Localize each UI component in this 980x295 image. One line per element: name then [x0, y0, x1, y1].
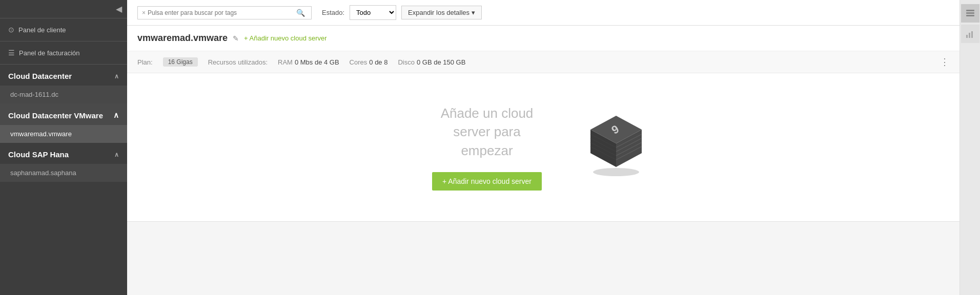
ram-label: RAM	[278, 58, 293, 66]
collapse-icon[interactable]: ◀	[116, 4, 122, 14]
topbar: × 🔍 Estado: Todo Activo Apagado Error Ex…	[127, 0, 959, 26]
sidebar-sub-label-dc-mad-1611: dc-mad-1611.dc	[10, 91, 58, 98]
ram-value: 0 Mbs de 4 GB	[295, 58, 339, 66]
plan-label: Plan:	[137, 58, 153, 66]
sidebar-category-cloud-datacenter[interactable]: Cloud Datacenter ∧	[0, 65, 127, 86]
search-button[interactable]: 🔍	[294, 9, 307, 17]
add-server-header-link[interactable]: + Añadir nuevo cloud server	[244, 34, 327, 42]
svg-rect-17	[969, 33, 970, 38]
sidebar-item-label-panel-facturacion: Panel de facturación	[19, 49, 80, 57]
estado-label: Estado:	[322, 9, 344, 16]
chevron-sap-hana-icon: ∧	[114, 151, 119, 158]
recursos-label: Recursos utilizados:	[208, 58, 268, 66]
estado-select[interactable]: Todo Activo Apagado Error	[350, 5, 396, 20]
cores-item: Cores 0 de 8	[350, 58, 388, 66]
sidebar-category-label-sap-hana: Cloud SAP Hana	[8, 150, 69, 159]
content-area: vmwaremad.vmware ✎ + Añadir nuevo cloud …	[127, 26, 959, 295]
panel-facturacion-icon: ☰	[8, 49, 15, 57]
svg-rect-15	[966, 15, 974, 16]
sidebar-sub-label-saphanamad: saphanamad.saphana	[10, 169, 76, 177]
panel-cliente-icon: ⊙	[8, 26, 14, 34]
datacenter-block: vmwaremad.vmware ✎ + Añadir nuevo cloud …	[127, 26, 959, 222]
sidebar-item-dc-mad-1611[interactable]: dc-mad-1611.dc	[0, 86, 127, 103]
chevron-cloud-datacenter-icon: ∧	[114, 73, 119, 80]
datacenter-name: vmwaremad.vmware	[137, 33, 228, 44]
server-illustration: 9	[583, 112, 655, 183]
expandir-chevron-icon: ▾	[472, 9, 475, 16]
expandir-label: Expandir los detalles	[408, 9, 469, 16]
sidebar-item-label-panel-cliente: Panel de cliente	[18, 26, 66, 34]
chevron-vmware-icon: ∧	[113, 111, 119, 120]
sidebar-category-cloud-sap-hana[interactable]: Cloud SAP Hana ∧	[0, 143, 127, 164]
svg-rect-14	[966, 12, 974, 14]
sidebar-toggle[interactable]: ◀	[0, 0, 127, 18]
sidebar-category-label-cloud-datacenter: Cloud Datacenter	[8, 72, 72, 80]
right-panel-chart-icon[interactable]	[961, 25, 979, 43]
servers-list-icon	[965, 8, 975, 18]
search-input[interactable]	[148, 9, 294, 16]
plan-value: 16 Gigas	[163, 57, 198, 67]
svg-rect-16	[966, 35, 968, 38]
empty-state-text: Añade un cloudserver paraempezar + Añadi…	[432, 104, 542, 191]
disco-label: Disco	[398, 58, 415, 66]
chart-icon	[965, 29, 975, 39]
svg-point-0	[593, 168, 639, 176]
ram-item: RAM 0 Mbs de 4 GB	[278, 58, 339, 66]
sidebar-sub-label-vmwaremad: vmwaremad.vmware	[10, 130, 72, 138]
sidebar-item-panel-facturacion[interactable]: ☰ Panel de facturación	[0, 41, 127, 65]
sidebar: ◀ ⊙ Panel de cliente ☰ Panel de facturac…	[0, 0, 127, 295]
search-wrapper: × 🔍	[137, 6, 312, 19]
sidebar-item-vmwaremad[interactable]: vmwaremad.vmware	[0, 125, 127, 143]
sidebar-item-panel-cliente[interactable]: ⊙ Panel de cliente	[0, 18, 127, 41]
expandir-detalles-button[interactable]: Expandir los detalles ▾	[401, 6, 482, 19]
svg-rect-18	[971, 31, 973, 38]
disco-value: 0 GB de 150 GB	[417, 58, 465, 66]
empty-state-title: Añade un cloudserver paraempezar	[432, 104, 542, 160]
cores-value: 0 de 8	[369, 58, 387, 66]
disco-item: Disco 0 GB de 150 GB	[398, 58, 465, 66]
right-panel-servers-icon[interactable]	[961, 4, 979, 23]
sidebar-category-cloud-datacenter-vmware[interactable]: Cloud Datacenter VMware ∧	[0, 103, 127, 125]
sidebar-item-saphanamad[interactable]: saphanamad.saphana	[0, 164, 127, 182]
right-panel	[959, 0, 980, 295]
search-clear-icon[interactable]: ×	[142, 9, 146, 16]
sidebar-category-label-vmware: Cloud Datacenter VMware	[8, 111, 103, 120]
svg-rect-13	[966, 10, 974, 11]
server-cube-svg: 9	[583, 112, 649, 178]
cores-label: Cores	[350, 58, 368, 66]
main-content: × 🔍 Estado: Todo Activo Apagado Error Ex…	[127, 0, 959, 295]
plan-bar: Plan: 16 Gigas Recursos utilizados: RAM …	[127, 51, 959, 73]
edit-datacenter-icon[interactable]: ✎	[233, 34, 239, 43]
datacenter-header: vmwaremad.vmware ✎ + Añadir nuevo cloud …	[127, 26, 959, 51]
plan-bar-menu-icon[interactable]: ⋮	[940, 56, 949, 68]
add-cloud-server-button[interactable]: + Añadir nuevo cloud server	[432, 172, 542, 191]
empty-state: Añade un cloudserver paraempezar + Añadi…	[127, 73, 959, 221]
